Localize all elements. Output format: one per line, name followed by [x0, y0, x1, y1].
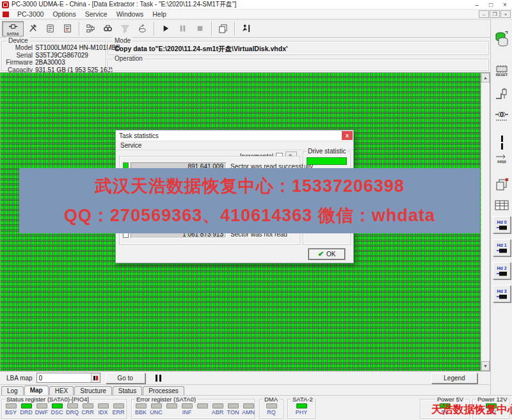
- power-connect-button[interactable]: [493, 88, 511, 101]
- led-blank1: [166, 403, 177, 408]
- structure-button[interactable]: [82, 21, 99, 36]
- goto-button[interactable]: Go to: [106, 373, 145, 384]
- filter-button[interactable]: [116, 21, 133, 36]
- zero-fill-button[interactable]: 0: [493, 110, 511, 121]
- tab-structure[interactable]: Structure: [74, 386, 112, 395]
- menu-pc3000[interactable]: PC-3000: [13, 10, 48, 18]
- tools-icon: [28, 24, 38, 33]
- maximize-button[interactable]: □: [484, 0, 498, 9]
- error-register-title: Error register (SATA0): [135, 396, 197, 403]
- mdi-close-button[interactable]: ×: [500, 10, 511, 18]
- led-err: [113, 403, 124, 408]
- mdi-document-icon: [3, 12, 9, 17]
- virtual-drives-button[interactable]: [493, 31, 511, 47]
- toolbar-separator: [211, 22, 212, 36]
- led-rq: [266, 403, 277, 408]
- operation-panel-title: Operation: [113, 55, 145, 63]
- scroll-down-icon[interactable]: ▼: [481, 361, 490, 371]
- operation-panel: Operation: [108, 59, 489, 71]
- minimize-button[interactable]: –: [470, 0, 484, 9]
- tab-hex[interactable]: HEX: [49, 386, 74, 395]
- device-firmware-value: 2BA30003: [35, 59, 65, 66]
- tab-log[interactable]: Log: [1, 386, 24, 395]
- drives-copy-icon: [495, 31, 509, 47]
- head-map-button-1[interactable]: Hd 1: [493, 239, 511, 256]
- stop-icon: [195, 24, 205, 33]
- reset-button[interactable]: RESET: [493, 65, 511, 77]
- led-dsc: [52, 403, 63, 408]
- toolbar-separator: [234, 22, 235, 36]
- dma-title: DMA: [263, 396, 279, 403]
- lba-input[interactable]: [37, 373, 91, 382]
- led-dwf-label: DWF: [35, 410, 49, 416]
- head-icon: [497, 226, 507, 230]
- led-phy: [296, 403, 307, 408]
- pause-button[interactable]: [174, 21, 191, 36]
- led-inf: [182, 403, 193, 408]
- tab-processes[interactable]: Processes: [143, 386, 184, 395]
- exit-task-button[interactable]: [237, 21, 254, 36]
- close-copies-button[interactable]: [493, 178, 511, 192]
- sata-port-button[interactable]: SATA0: [2, 21, 24, 36]
- led-unc: [151, 403, 162, 408]
- led-unc-label: UNC: [150, 410, 163, 416]
- menu-service[interactable]: Service: [81, 10, 112, 18]
- mdi-minimize-button[interactable]: –: [479, 10, 489, 18]
- app-logo-icon: [2, 1, 9, 8]
- start-button[interactable]: [157, 21, 173, 36]
- watermark-line1: 武汉天浩数据恢复中心：15337206398: [95, 175, 404, 198]
- pc3000-window: PC-3000 UDMA-E - China - [Data Extractor…: [0, 0, 512, 420]
- check-icon: ✔: [318, 250, 324, 258]
- led-blank2: [197, 403, 208, 408]
- map-scrollbar[interactable]: ▲ ▼: [481, 73, 490, 371]
- status-register-title: Status register (SATA0)-[PIO4]: [5, 396, 90, 403]
- head-map-button-3[interactable]: Hd 3: [493, 285, 511, 302]
- sata-port-icon: [8, 22, 18, 31]
- led-dsc-label: DSC: [51, 410, 63, 416]
- exit-person-icon: [241, 24, 251, 33]
- mode-panel-title: Mode: [113, 37, 132, 45]
- counter-label: 000|0: [497, 160, 506, 164]
- eject-button[interactable]: [134, 21, 150, 36]
- tab-map[interactable]: Map: [24, 385, 49, 395]
- head-map-button-2[interactable]: Hd 2: [493, 262, 511, 279]
- mdi-restore-button[interactable]: ❐: [490, 10, 500, 18]
- binoculars-icon: [103, 24, 113, 33]
- table-view-button[interactable]: [493, 200, 511, 210]
- lba-picker-button[interactable]: [91, 373, 100, 382]
- scroll-up-icon[interactable]: ▲: [481, 73, 490, 82]
- menu-options[interactable]: Options: [48, 10, 80, 18]
- close-button[interactable]: ×: [498, 0, 512, 9]
- dialog-title-bar[interactable]: Task statistics x: [116, 130, 353, 141]
- search-button[interactable]: [99, 21, 116, 36]
- led-phy-label: PHY: [296, 410, 308, 416]
- counter-button[interactable]: 000|0: [493, 153, 511, 164]
- menu-windows[interactable]: Windows: [112, 10, 148, 18]
- utilities-button[interactable]: [24, 21, 41, 36]
- script-button[interactable]: [42, 21, 58, 36]
- led-drd: [21, 403, 32, 408]
- menu-help[interactable]: Help: [148, 10, 171, 18]
- ok-button[interactable]: ✔ OK: [308, 249, 345, 260]
- dialog-close-button[interactable]: x: [342, 131, 353, 140]
- legend-button[interactable]: Legend: [431, 373, 477, 384]
- copies-button[interactable]: [214, 21, 231, 36]
- svg-text:%: %: [65, 29, 68, 32]
- sata2-title: SATA-2: [291, 396, 314, 403]
- tab-status[interactable]: Status: [113, 386, 142, 395]
- map-pause-icon[interactable]: [156, 375, 161, 382]
- sidebar-pause-button[interactable]: [493, 136, 511, 150]
- led-ton-label: TON: [227, 410, 239, 416]
- head-map-button-0[interactable]: Hd 0: [493, 216, 511, 233]
- device-serial-label: Serial: [3, 52, 35, 59]
- led-abr-label: ABR: [212, 410, 224, 416]
- toolbar-separator: [79, 22, 79, 36]
- report-button[interactable]: %: [59, 21, 76, 36]
- device-serial-row: Serial S35TJ9CG867029: [3, 52, 104, 59]
- stop-button[interactable]: [191, 21, 208, 36]
- led-ton: [228, 403, 239, 408]
- head-icon: [497, 249, 507, 253]
- led-crr: [83, 403, 93, 408]
- toolbar-separator: [154, 22, 154, 36]
- dialog-title: Task statistics: [119, 132, 159, 139]
